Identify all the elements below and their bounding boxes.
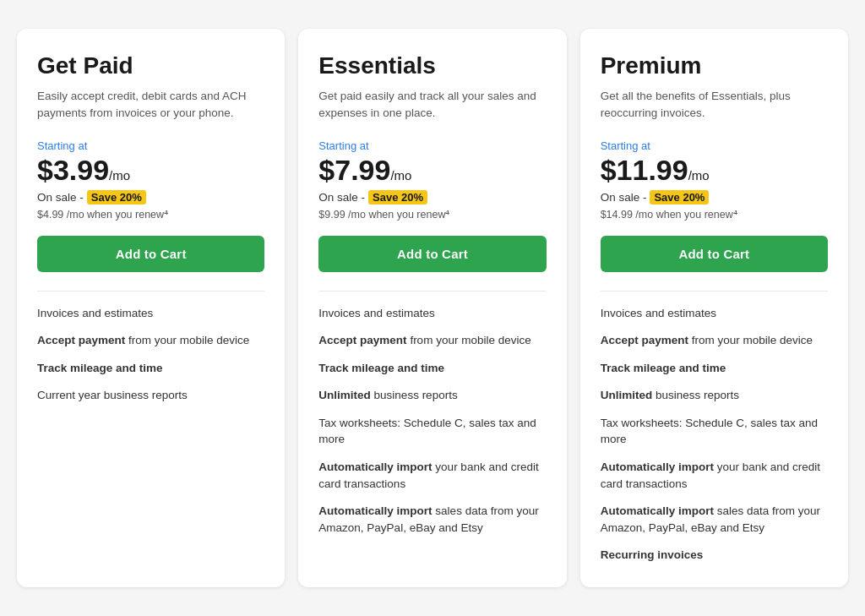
starting-at-label-essentials: Starting at: [318, 139, 546, 152]
feature-item: Invoices and estimates: [601, 305, 828, 322]
divider-premium: [601, 291, 828, 292]
feature-item: Accept payment from your mobile device: [37, 332, 264, 349]
add-to-cart-button-essentials[interactable]: Add to Cart: [318, 236, 546, 272]
feature-item: Invoices and estimates: [37, 305, 264, 322]
price-period-essentials: /mo: [390, 168, 411, 183]
renew-text-essentials: $9.99 /mo when you renew⁴: [318, 208, 546, 221]
feature-bold: Automatically import: [318, 461, 432, 473]
pricing-card-essentials: EssentialsGet paid easily and track all …: [298, 29, 566, 587]
divider-essentials: [318, 291, 546, 292]
feature-bold: Automatically import: [601, 504, 714, 517]
feature-bold: Track mileage and time: [37, 362, 163, 374]
feature-item: Tax worksheets: Schedule C, sales tax an…: [601, 415, 828, 448]
feature-bold: Track mileage and time: [601, 362, 726, 374]
feature-item: Automatically import sales data from you…: [318, 503, 546, 536]
plan-description-premium: Get all the benefits of Essentials, plus…: [601, 88, 828, 123]
feature-bold: Accept payment: [601, 334, 688, 346]
renew-text-get-paid: $4.99 /mo when you renew⁴: [37, 208, 264, 221]
starting-at-label-premium: Starting at: [601, 139, 828, 152]
sale-text-essentials: On sale -: [318, 191, 365, 204]
price-amount-essentials: $7.99: [318, 154, 390, 187]
feature-bold: Automatically import: [318, 504, 432, 517]
add-to-cart-button-get-paid[interactable]: Add to Cart: [37, 236, 264, 272]
plan-title-get-paid: Get Paid: [37, 52, 264, 79]
feature-bold: Accept payment: [318, 334, 406, 346]
feature-bold: Accept payment: [37, 334, 125, 346]
price-period-premium: /mo: [688, 168, 710, 183]
save-badge-premium: Save 20%: [650, 190, 709, 204]
feature-item: Track mileage and time: [318, 360, 546, 377]
feature-bold: Recurring invoices: [601, 548, 704, 561]
features-list-get-paid: Invoices and estimatesAccept payment fro…: [37, 305, 264, 404]
sale-row-premium: On sale - Save 20%: [601, 190, 828, 204]
feature-item: Automatically import sales data from you…: [601, 503, 828, 536]
save-badge-essentials: Save 20%: [368, 190, 427, 204]
feature-item: Tax worksheets: Schedule C, sales tax an…: [318, 415, 546, 448]
feature-item: Recurring invoices: [601, 547, 828, 564]
price-period-get-paid: /mo: [109, 168, 130, 183]
features-list-essentials: Invoices and estimatesAccept payment fro…: [318, 305, 546, 537]
features-list-premium: Invoices and estimatesAccept payment fro…: [601, 305, 828, 564]
plan-title-essentials: Essentials: [318, 52, 546, 79]
plan-description-essentials: Get paid easily and track all your sales…: [318, 88, 546, 123]
save-badge-get-paid: Save 20%: [87, 190, 146, 204]
price-amount-premium: $11.99: [601, 154, 688, 187]
feature-item: Accept payment from your mobile device: [601, 332, 828, 349]
sale-row-get-paid: On sale - Save 20%: [37, 190, 264, 204]
feature-bold: Unlimited: [601, 389, 653, 401]
feature-bold: Automatically import: [601, 461, 714, 473]
feature-item: Track mileage and time: [37, 360, 264, 377]
price-row-premium: $11.99/mo: [601, 154, 828, 187]
feature-item: Unlimited business reports: [601, 387, 828, 404]
pricing-container: Get PaidEasily accept credit, debit card…: [17, 29, 848, 587]
feature-item: Unlimited business reports: [318, 387, 546, 404]
plan-title-premium: Premium: [601, 52, 828, 79]
feature-item: Automatically import your bank and credi…: [318, 459, 546, 492]
feature-item: Invoices and estimates: [318, 305, 546, 322]
feature-bold: Track mileage and time: [318, 362, 444, 374]
feature-item: Automatically import your bank and credi…: [601, 459, 828, 492]
feature-bold: Unlimited: [318, 389, 371, 401]
renew-text-premium: $14.99 /mo when you renew⁴: [601, 208, 828, 221]
plan-description-get-paid: Easily accept credit, debit cards and AC…: [37, 88, 264, 123]
feature-item: Accept payment from your mobile device: [318, 332, 546, 349]
add-to-cart-button-premium[interactable]: Add to Cart: [601, 236, 828, 272]
feature-item: Track mileage and time: [601, 360, 828, 377]
pricing-card-get-paid: Get PaidEasily accept credit, debit card…: [17, 29, 285, 587]
price-row-essentials: $7.99/mo: [318, 154, 546, 187]
sale-text-get-paid: On sale -: [37, 191, 84, 204]
price-row-get-paid: $3.99/mo: [37, 154, 264, 187]
divider-get-paid: [37, 291, 264, 292]
price-amount-get-paid: $3.99: [37, 154, 109, 187]
sale-row-essentials: On sale - Save 20%: [318, 190, 546, 204]
starting-at-label-get-paid: Starting at: [37, 139, 264, 152]
pricing-card-premium: PremiumGet all the benefits of Essential…: [580, 29, 848, 587]
feature-item: Current year business reports: [37, 387, 264, 404]
sale-text-premium: On sale -: [601, 191, 647, 204]
